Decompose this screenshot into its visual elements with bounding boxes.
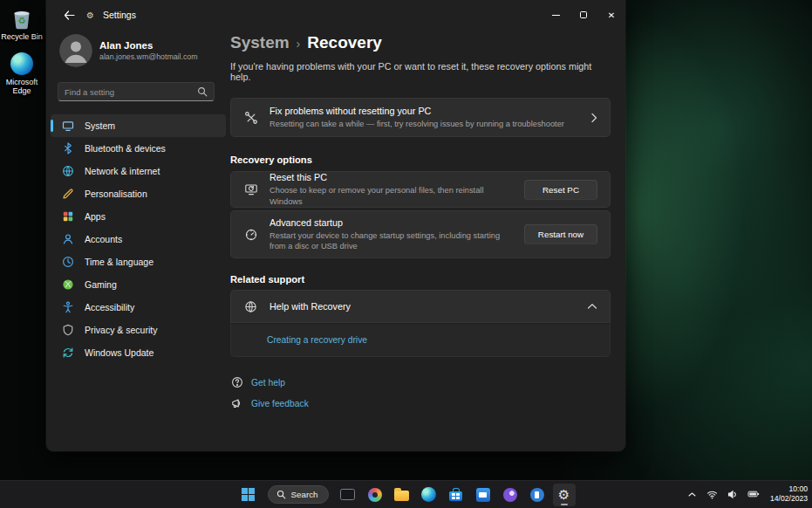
fix-problems-card[interactable]: Fix problems without resetting your PC R… (230, 98, 611, 137)
restart-now-button[interactable]: Restart now (524, 224, 597, 244)
taskbar-app-photos[interactable] (364, 484, 386, 506)
person-icon (61, 233, 74, 246)
desktop-icon-label: Microsoft Edge (0, 78, 44, 96)
file-explorer-icon (394, 491, 409, 501)
get-help-link[interactable]: Get help (251, 378, 285, 388)
store-icon (449, 491, 462, 501)
battery-icon[interactable] (745, 487, 762, 501)
sidebar-item-label: Accounts (85, 234, 122, 244)
edge-icon (421, 487, 436, 502)
taskbar: Search ⚙ (0, 480, 812, 508)
sidebar-item-system[interactable]: System (51, 114, 226, 137)
sidebar-item-label: Windows Update (85, 347, 154, 358)
chevron-up-icon[interactable] (685, 488, 699, 501)
sidebar-item-label: Bluetooth & devices (85, 143, 166, 154)
give-feedback-link[interactable]: Give feedback (251, 399, 309, 408)
account-summary[interactable]: Alan Jones alan.jones.wm@hotmail.com (59, 34, 230, 67)
back-button[interactable] (60, 6, 78, 24)
taskbar-search[interactable]: Search (267, 485, 328, 504)
settings-app-icon: ⚙ (86, 10, 94, 20)
tray-time: 10:00 (770, 484, 808, 494)
start-button[interactable] (236, 484, 259, 506)
sidebar-item-label: Apps (85, 211, 106, 222)
sidebar-item-accessibility[interactable]: Accessibility (51, 296, 226, 319)
titlebar[interactable]: ⚙ Settings ✕ (46, 0, 625, 30)
window-title: Settings (103, 10, 136, 20)
phone-link-icon (530, 488, 544, 502)
reset-pc-button[interactable]: Reset PC (524, 180, 597, 200)
card-subtitle: Choose to keep or remove your personal f… (270, 185, 513, 206)
chevron-up-icon (587, 303, 597, 310)
get-help-row: Get help (231, 376, 611, 388)
sidebar-item-label: Network & internet (85, 166, 160, 176)
desktop-icon-recycle-bin[interactable]: ♻ Recycle Bin (0, 5, 44, 41)
creating-recovery-drive-link[interactable]: Creating a recovery drive (267, 335, 367, 345)
help-globe-icon (243, 300, 258, 313)
monitor-icon (61, 120, 74, 133)
taskbar-app-store[interactable] (445, 484, 467, 506)
minimize-button[interactable] (542, 0, 570, 30)
taskbar-app-edge[interactable] (418, 484, 440, 506)
sidebar-item-apps[interactable]: Apps (51, 205, 226, 228)
search-icon (197, 86, 208, 97)
clock[interactable]: 10:00 14/02/2023 (770, 484, 808, 503)
apps-grid-icon (61, 210, 74, 223)
search-box[interactable] (58, 82, 215, 101)
card-title: Reset this PC (270, 172, 513, 182)
sidebar-item-bluetooth-devices[interactable]: Bluetooth & devices (51, 137, 226, 160)
recovery-page: System › Recovery If you're having probl… (230, 30, 625, 451)
desktop-icon-microsoft-edge[interactable]: Microsoft Edge (0, 51, 44, 96)
sidebar-item-label: Accessibility (85, 302, 134, 312)
taskbar-app-clipchamp[interactable] (499, 484, 522, 506)
maximize-button[interactable] (570, 0, 597, 30)
taskbar-app-settings[interactable]: ⚙ (553, 484, 576, 506)
breadcrumb: System › Recovery (230, 33, 611, 52)
give-feedback-row: Give feedback (231, 397, 611, 409)
user-email: alan.jones.wm@hotmail.com (99, 52, 198, 61)
sidebar: Alan Jones alan.jones.wm@hotmail.com (46, 30, 230, 451)
close-button[interactable]: ✕ (597, 0, 625, 30)
breadcrumb-chevron-icon: › (297, 35, 301, 51)
section-heading-recovery-options: Recovery options (230, 154, 611, 165)
wifi-icon[interactable] (704, 487, 720, 502)
sidebar-item-privacy-security[interactable]: Privacy & security (51, 319, 226, 341)
settings-gear-icon: ⚙ (558, 488, 570, 501)
card-subtitle: Restart your device to change startup se… (270, 230, 513, 251)
sidebar-item-label: Time & language (85, 257, 154, 267)
volume-icon[interactable] (725, 487, 740, 502)
sidebar-item-windows-update[interactable]: Windows Update (51, 341, 226, 364)
settings-nav: System Bluetooth & devices Network & int… (46, 114, 230, 364)
settings-window: ⚙ Settings ✕ (46, 0, 625, 451)
sidebar-item-network-internet[interactable]: Network & internet (51, 160, 226, 182)
reset-this-pc-card: Reset this PC Choose to keep or remove y… (230, 171, 611, 208)
tools-icon (243, 111, 258, 125)
get-help-icon (231, 376, 243, 388)
help-card-expanded-area: Creating a recovery drive (230, 323, 611, 357)
sidebar-item-label: Privacy & security (85, 325, 157, 335)
breadcrumb-system[interactable]: System (230, 33, 290, 52)
sidebar-item-time-language[interactable]: Time & language (51, 251, 226, 273)
desktop: ♻ Recycle Bin Microsoft Edge ⚙ Settings … (0, 0, 812, 508)
sidebar-item-label: Personalisation (85, 189, 147, 199)
taskbar-app-file-explorer[interactable] (391, 484, 413, 506)
search-input[interactable] (65, 87, 197, 97)
sidebar-item-accounts[interactable]: Accounts (51, 228, 226, 251)
update-arrows-icon (61, 347, 74, 360)
sidebar-item-personalisation[interactable]: Personalisation (51, 182, 226, 205)
bluetooth-icon (61, 142, 74, 155)
photos-icon (368, 488, 382, 502)
page-title: Recovery (307, 33, 382, 52)
help-with-recovery-card[interactable]: Help with Recovery (230, 290, 611, 323)
user-name: Alan Jones (99, 40, 198, 51)
windows-start-icon (242, 488, 255, 501)
clipchamp-icon (503, 488, 517, 502)
taskbar-app-phone-link[interactable] (526, 484, 549, 506)
sidebar-item-gaming[interactable]: Gaming (51, 273, 226, 296)
advanced-startup-card: Advanced startup Restart your device to … (230, 210, 611, 258)
edge-icon (0, 51, 44, 77)
terminal-icon (340, 489, 355, 500)
card-subtitle: Resetting can take a while — first, try … (270, 119, 579, 129)
taskbar-app-terminal[interactable] (337, 484, 359, 506)
globe-icon (61, 165, 74, 178)
taskbar-app-mail[interactable] (472, 484, 495, 506)
